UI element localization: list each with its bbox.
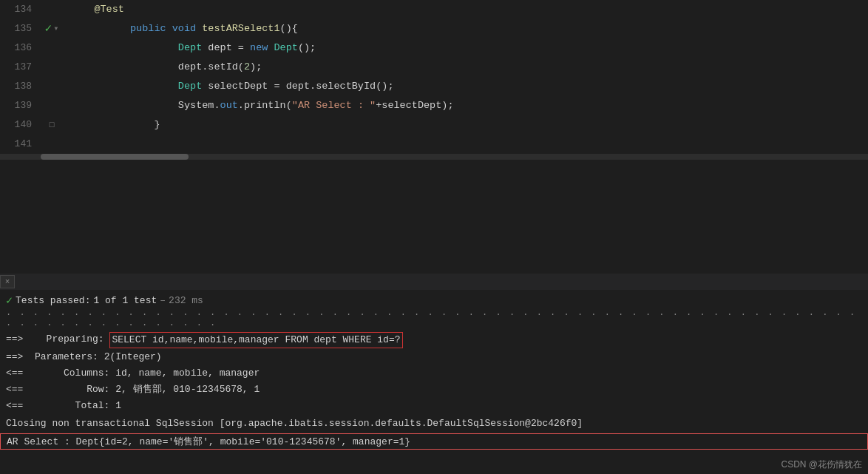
total-prefix: <== Total: <box>6 399 115 413</box>
scrollbar-thumb[interactable] <box>41 154 189 160</box>
console-line-preparing: ==> Preparing: SELECT id,name,mobile,man… <box>0 331 868 349</box>
parameters-value: 2(Integer) <box>104 350 162 365</box>
scroll-dots: · · · · · · · · · · · · · · · · · · · · … <box>6 310 868 331</box>
line-number-138: 138 <box>0 77 41 96</box>
test-passed-bar: ✓ Tests passed: 1 of 1 test – 232 ms <box>0 290 868 311</box>
main-container: 134 @Test 135 ✓ ▾ public void testARSele… <box>0 0 868 474</box>
line-number-139: 139 <box>0 96 41 115</box>
code-lines: 134 @Test 135 ✓ ▾ public void testARSele… <box>0 0 868 154</box>
code-line-141: 141 <box>0 135 868 154</box>
test-separator: – <box>160 295 166 306</box>
line-icon-135: ✓ ▾ <box>41 19 63 38</box>
console-line-row: <== Row: 2, 销售部, 010-12345678, 1 <box>0 382 868 398</box>
closing-text: Closing non transactional SqlSession [or… <box>6 416 583 431</box>
result-text: AR Select : Dept{id=2, name='销售部', mobil… <box>7 435 410 448</box>
test-time: 232 ms <box>169 295 203 306</box>
scroll-hint-row: · · · · · · · · · · · · · · · · · · · · … <box>0 311 868 330</box>
console-line-parameters: ==> Parameters: 2(Integer) <box>0 349 868 365</box>
tests-passed-label: Tests passed: <box>16 295 90 306</box>
line-icon-140: □ <box>41 115 63 135</box>
test-count: 1 of 1 test <box>93 295 157 306</box>
console-log-section: ==> Preparing: SELECT id,name,mobile,man… <box>0 330 868 416</box>
test-check-icon: ✓ <box>6 294 13 308</box>
code-line-140: 140 □ } <box>0 115 868 135</box>
line-number-134: 134 <box>0 0 41 19</box>
columns-value: id, name, mobile, manager <box>115 366 260 381</box>
close-tab-button[interactable]: × <box>0 275 15 288</box>
line-number-136: 136 <box>0 38 41 58</box>
console-wrapper: ✓ Tests passed: 1 of 1 test – 232 ms · ·… <box>0 290 868 474</box>
line-number-137: 137 <box>0 58 41 77</box>
line-number-140: 140 <box>0 115 41 135</box>
preparing-value: SELECT id,name,mobile,manager FROM dept … <box>109 332 402 348</box>
result-line: AR Select : Dept{id=2, name='销售部', mobil… <box>0 433 868 450</box>
tab-bar: × <box>0 274 868 290</box>
code-editor: 134 @Test 135 ✓ ▾ public void testARSele… <box>0 0 868 274</box>
watermark-text: CSDN @花伤情犹在 <box>781 459 862 470</box>
green-check-icon: ✓ <box>45 19 52 38</box>
console-closing-line: Closing non transactional SqlSession [or… <box>0 416 868 432</box>
watermark: CSDN @花伤情犹在 <box>781 458 862 471</box>
total-value: 1 <box>115 399 121 413</box>
console-line-total: <== Total: 1 <box>0 398 868 414</box>
preparing-prefix: ==> Preparing: <box>6 332 109 347</box>
arrow-down-icon: ▾ <box>53 19 58 38</box>
console-line-columns: <== Columns: id, name, mobile, manager <box>0 365 868 382</box>
columns-prefix: <== Columns: <box>6 366 115 381</box>
row-value: 2, 销售部, 010-12345678, 1 <box>115 382 260 397</box>
row-prefix: <== Row: <box>6 382 115 397</box>
line-number-141: 141 <box>0 135 41 154</box>
line-number-135: 135 <box>0 19 41 38</box>
parameters-prefix: ==> Parameters: <box>6 350 104 365</box>
horizontal-scrollbar[interactable] <box>0 154 868 160</box>
